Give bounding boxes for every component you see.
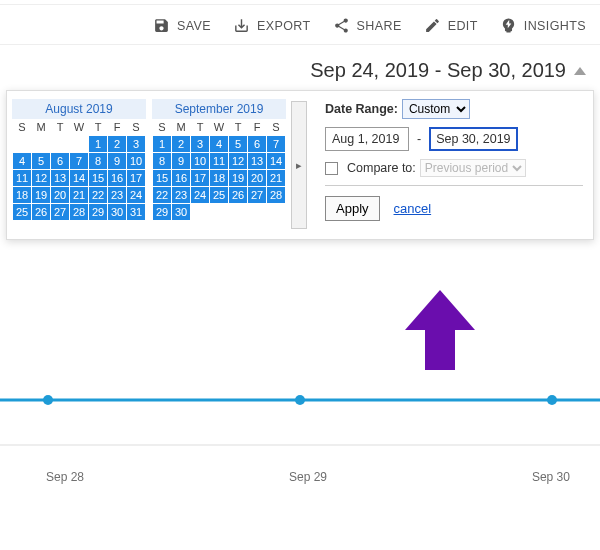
calendar-day[interactable]: 25 [13,204,32,221]
axis-label: Sep 28 [46,470,84,484]
edit-label: EDIT [448,19,478,33]
calendar-month-1[interactable]: August 2019SMTWTFS1234567891011121314151… [12,99,146,221]
calendar-day-header: W [70,119,89,136]
export-label: EXPORT [257,19,311,33]
divider [325,185,583,186]
calendar-day[interactable]: 22 [153,187,172,204]
calendar-day[interactable]: 16 [172,170,191,187]
calendar-day[interactable]: 5 [229,136,248,153]
calendar-day[interactable]: 3 [191,136,210,153]
toolbar: SAVE EXPORT SHARE EDIT INSIGHTS [0,4,600,45]
calendar-next-button[interactable]: ▸ [291,101,307,229]
calendar-day[interactable]: 5 [32,153,51,170]
start-date-input[interactable]: Aug 1, 2019 [325,127,409,151]
share-button[interactable]: SHARE [333,17,402,34]
calendar-day[interactable]: 4 [13,153,32,170]
calendar-day[interactable]: 4 [210,136,229,153]
calendar-day[interactable]: 19 [229,170,248,187]
calendar-day[interactable]: 24 [127,187,146,204]
calendar-day[interactable]: 15 [89,170,108,187]
calendar-day[interactable]: 12 [229,153,248,170]
calendar-day[interactable]: 19 [32,187,51,204]
date-range-select[interactable]: Custom [402,99,470,119]
edit-icon [424,17,441,34]
export-button[interactable]: EXPORT [233,17,311,34]
calendar-day[interactable]: 2 [172,136,191,153]
compare-checkbox[interactable] [325,162,338,175]
calendar-day[interactable]: 18 [13,187,32,204]
calendar-month-2[interactable]: September 2019SMTWTFS1234567891011121314… [152,99,286,221]
date-dash: - [417,132,421,146]
calendar-day-header: F [248,119,267,136]
calendar-day[interactable]: 21 [70,187,89,204]
calendar-day[interactable]: 21 [267,170,286,187]
end-date-input[interactable]: Sep 30, 2019 [429,127,517,151]
calendar-day[interactable]: 15 [153,170,172,187]
calendar-day[interactable]: 31 [127,204,146,221]
calendar-day-header: T [89,119,108,136]
edit-button[interactable]: EDIT [424,17,478,34]
calendar-day[interactable]: 6 [51,153,70,170]
calendars: August 2019SMTWTFS1234567891011121314151… [7,91,311,239]
calendar-day[interactable]: 1 [89,136,108,153]
calendar-day-header: S [127,119,146,136]
share-icon [333,17,350,34]
calendar-day[interactable]: 27 [51,204,70,221]
calendar-day[interactable]: 14 [70,170,89,187]
calendar-day[interactable]: 12 [32,170,51,187]
cancel-link[interactable]: cancel [394,201,432,216]
calendar-day[interactable]: 13 [51,170,70,187]
calendar-day[interactable]: 16 [108,170,127,187]
calendar-day-header: W [210,119,229,136]
calendar-day[interactable]: 8 [153,153,172,170]
calendar-day[interactable]: 17 [191,170,210,187]
calendar-day[interactable]: 18 [210,170,229,187]
calendar-day[interactable]: 29 [89,204,108,221]
chart [0,360,600,480]
calendar-day[interactable]: 20 [51,187,70,204]
calendar-day[interactable]: 2 [108,136,127,153]
calendar-day[interactable]: 20 [248,170,267,187]
compare-select: Previous period [420,159,526,177]
svg-point-4 [547,395,557,405]
calendar-day[interactable]: 28 [267,187,286,204]
calendar-day-header: S [267,119,286,136]
calendar-day[interactable]: 11 [210,153,229,170]
calendar-day[interactable]: 30 [172,204,191,221]
insights-button[interactable]: INSIGHTS [500,17,586,34]
calendar-day-header: M [32,119,51,136]
calendar-day-header: S [153,119,172,136]
calendar-day[interactable]: 17 [127,170,146,187]
calendar-day[interactable]: 30 [108,204,127,221]
date-range-header[interactable]: Sep 24, 2019 - Sep 30, 2019 [0,45,600,90]
calendar-day[interactable]: 23 [172,187,191,204]
calendar-day[interactable]: 3 [127,136,146,153]
calendar-day[interactable]: 9 [108,153,127,170]
calendar-day[interactable]: 22 [89,187,108,204]
calendar-day[interactable]: 13 [248,153,267,170]
calendar-day[interactable]: 11 [13,170,32,187]
calendar-day[interactable]: 8 [89,153,108,170]
insights-label: INSIGHTS [524,19,586,33]
calendar-day[interactable]: 10 [191,153,210,170]
axis-label: Sep 30 [532,470,570,484]
calendar-day[interactable]: 9 [172,153,191,170]
calendar-day[interactable]: 23 [108,187,127,204]
calendar-day[interactable]: 28 [70,204,89,221]
calendar-day[interactable]: 26 [229,187,248,204]
calendar-day[interactable]: 1 [153,136,172,153]
date-picker-panel: August 2019SMTWTFS1234567891011121314151… [6,90,594,240]
calendar-day[interactable]: 6 [248,136,267,153]
save-button[interactable]: SAVE [153,17,211,34]
calendar-day[interactable]: 26 [32,204,51,221]
calendar-day[interactable]: 24 [191,187,210,204]
calendar-day[interactable]: 10 [127,153,146,170]
calendar-day[interactable]: 27 [248,187,267,204]
apply-button[interactable]: Apply [325,196,380,221]
calendar-day[interactable]: 25 [210,187,229,204]
calendar-day[interactable]: 14 [267,153,286,170]
calendar-day[interactable]: 7 [267,136,286,153]
calendar-day[interactable]: 29 [153,204,172,221]
calendar-day[interactable]: 7 [70,153,89,170]
svg-point-2 [43,395,53,405]
